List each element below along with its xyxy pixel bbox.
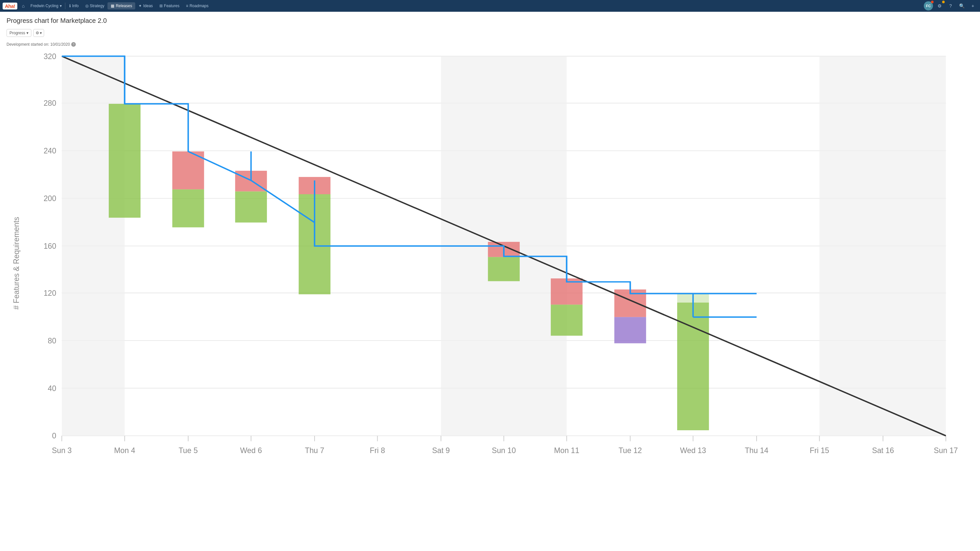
help-icon[interactable]: ? [946, 1, 955, 10]
nav-separator [65, 3, 65, 9]
y-axis-ticks: 0 40 80 120 160 200 240 280 320 [43, 52, 56, 440]
svg-text:240: 240 [43, 146, 56, 155]
nav-right: FC ⚙ ? 🔍 + [924, 1, 977, 10]
nav-strategy-label: Strategy [90, 3, 105, 8]
bar-sun10-green [488, 257, 520, 281]
svg-text:200: 200 [43, 194, 56, 203]
svg-text:Mon 4: Mon 4 [114, 446, 135, 455]
gear-icon: ⚙ [36, 31, 39, 35]
y-axis-label: # Features & Requirements [12, 217, 21, 310]
avatar-badge [931, 1, 934, 3]
roadmaps-nav-icon: ≡ [186, 3, 188, 8]
bar-tue5-green [172, 189, 204, 227]
actual-burndown-line [62, 56, 757, 294]
svg-text:Sun 10: Sun 10 [492, 446, 516, 455]
nav-releases-label: Releases [116, 3, 132, 8]
x-tick-marks [62, 436, 946, 441]
svg-text:40: 40 [48, 384, 56, 393]
nav-roadmaps-label: Roadmaps [189, 3, 208, 8]
svg-text:Thu 14: Thu 14 [745, 446, 768, 455]
bar-mon4-green [109, 104, 140, 218]
nav-bar: Aha! ⌂ Fredwin Cycling ▾ ℹ Info ◎ Strate… [0, 0, 980, 12]
add-icon[interactable]: + [968, 1, 977, 10]
page-title: Progress chart for Marketplace 2.0 [6, 17, 107, 24]
svg-text:Fri 8: Fri 8 [370, 446, 385, 455]
svg-text:Wed 13: Wed 13 [680, 446, 706, 455]
progress-label: Progress [10, 31, 25, 35]
settings-icon[interactable]: ⚙ [935, 1, 944, 10]
chevron-down-icon: ▾ [60, 3, 62, 8]
progress-dropdown[interactable]: Progress ▾ [6, 29, 31, 37]
bar-mon11-green [551, 305, 582, 335]
nav-info-label: Info [72, 3, 79, 8]
toolbar: Progress ▾ ⚙ ▾ [6, 29, 974, 37]
workspace-label: Fredwin Cycling [30, 3, 58, 8]
weekend-shade-sat16 [819, 56, 946, 436]
strategy-nav-icon: ◎ [85, 3, 89, 8]
svg-text:Sat 9: Sat 9 [432, 446, 450, 455]
svg-text:0: 0 [52, 432, 56, 440]
nav-item-roadmaps[interactable]: ≡ Roadmaps [183, 2, 212, 10]
nav-home-icon[interactable]: ⌂ [19, 1, 28, 10]
nav-features-label: Features [164, 3, 179, 8]
chart-container: # Features & Requirements 0 40 [6, 49, 974, 464]
nav-item-features[interactable]: ⊞ Features [156, 2, 183, 10]
svg-text:160: 160 [43, 242, 56, 250]
svg-text:80: 80 [48, 337, 56, 345]
dev-started-info: Development started on: 10/01/2020 ? [6, 42, 974, 47]
bar-tue12-purple [614, 317, 646, 343]
svg-text:Mon 11: Mon 11 [554, 446, 579, 455]
info-nav-icon: ℹ [69, 3, 71, 8]
dev-started-label: Development started on: 10/01/2020 [6, 42, 70, 47]
svg-text:Tue 12: Tue 12 [618, 446, 642, 455]
user-avatar[interactable]: FC [924, 1, 933, 10]
svg-text:Sun 3: Sun 3 [52, 446, 72, 455]
nav-item-strategy[interactable]: ◎ Strategy [82, 2, 108, 10]
nav-workspace[interactable]: Fredwin Cycling ▾ [28, 2, 64, 10]
nav-item-ideas[interactable]: ✦ Ideas [135, 2, 156, 10]
svg-text:Wed 6: Wed 6 [240, 446, 262, 455]
svg-text:Tue 5: Tue 5 [179, 446, 198, 455]
bar-wed6-green [235, 192, 267, 222]
settings-badge [942, 1, 945, 3]
svg-text:Fri 15: Fri 15 [810, 446, 829, 455]
search-icon[interactable]: 🔍 [957, 1, 966, 10]
chevron-down-icon: ▾ [27, 31, 29, 35]
releases-nav-icon: ▦ [111, 3, 115, 8]
nav-ideas-label: Ideas [143, 3, 153, 8]
svg-text:Sat 16: Sat 16 [872, 446, 894, 455]
burndown-chart: # Features & Requirements 0 40 [6, 49, 974, 464]
svg-text:320: 320 [43, 52, 56, 61]
svg-text:120: 120 [43, 289, 56, 297]
x-axis-ticks: Sun 3 Mon 4 Tue 5 Wed 6 Thu 7 Fri 8 Sat … [52, 446, 958, 455]
svg-text:Thu 7: Thu 7 [305, 446, 324, 455]
dev-started-help-icon[interactable]: ? [71, 42, 76, 47]
svg-text:Sun 17: Sun 17 [934, 446, 958, 455]
nav-item-releases[interactable]: ▦ Releases [108, 2, 135, 10]
features-nav-icon: ⊞ [159, 3, 163, 8]
page-content: Progress chart for Marketplace 2.0 ... P… [0, 12, 980, 469]
nav-logo[interactable]: Aha! [3, 3, 18, 10]
settings-dropdown[interactable]: ⚙ ▾ [33, 29, 44, 37]
ideas-nav-icon: ✦ [138, 3, 142, 8]
nav-item-info[interactable]: ℹ Info [66, 2, 82, 10]
chevron-down-icon: ▾ [40, 31, 42, 35]
svg-text:280: 280 [43, 99, 56, 107]
